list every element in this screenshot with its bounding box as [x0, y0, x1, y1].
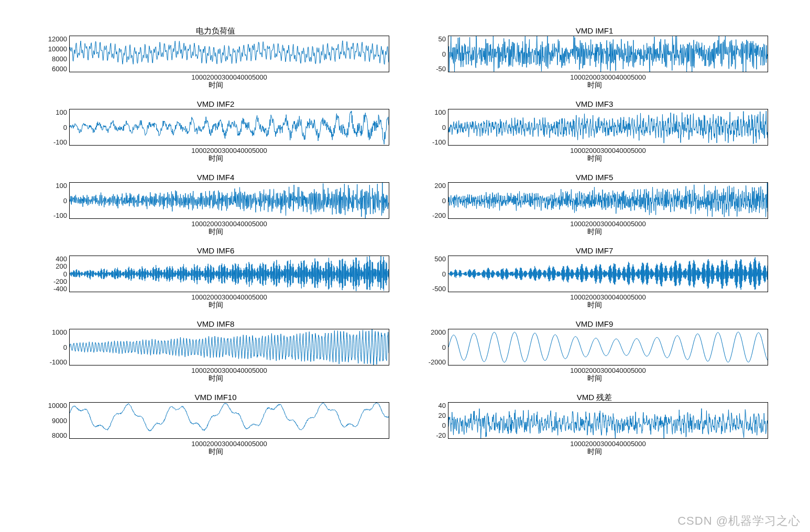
subplot-title: VMD IMF10: [194, 393, 236, 401]
axes[interactable]: [69, 36, 389, 72]
axes[interactable]: [69, 256, 389, 292]
axes[interactable]: [448, 109, 768, 146]
x-tick-label: 2000: [585, 293, 600, 301]
y-tick-label: 500: [434, 256, 446, 262]
axes[interactable]: [448, 329, 768, 365]
y-tick-label: -100: [53, 212, 67, 219]
y-tick-label: 0: [63, 271, 67, 278]
x-tick-label: 1000: [570, 73, 585, 81]
y-tick-label: -500: [432, 285, 446, 292]
axes[interactable]: [448, 402, 768, 439]
x-tick-label: 2000: [585, 147, 600, 154]
x-ticks: 10002000300040005000: [567, 440, 649, 447]
x-ticks: 10002000300040005000: [188, 220, 270, 227]
x-tick-label: 3000: [600, 147, 616, 154]
signal-line: [70, 403, 389, 438]
y-tick-label: -100: [53, 139, 67, 146]
x-ticks: 10002000300040005000: [188, 73, 270, 81]
x-tick-label: 3000: [222, 220, 237, 227]
x-tick-label: 4000: [616, 440, 631, 447]
axes[interactable]: [69, 329, 389, 365]
y-tick-label: 0: [63, 197, 67, 204]
plot-row: 5000-500: [421, 256, 768, 292]
y-ticks: 500-50: [421, 36, 448, 72]
x-ticks: 10002000300040005000: [567, 73, 649, 81]
watermark-text: CSDN @机器学习之心: [677, 513, 801, 529]
x-label: 时间: [209, 374, 223, 382]
x-tick-label: 4000: [237, 147, 252, 154]
x-tick-label: 5000: [252, 147, 267, 154]
x-ticks: 10002000300040005000: [567, 147, 649, 154]
subplot-title: VMD IMF6: [197, 246, 235, 254]
x-tick-label: 4000: [616, 293, 631, 301]
x-label: 时间: [209, 154, 223, 162]
x-label: 时间: [587, 81, 602, 89]
subplot-title: VMD IMF9: [576, 319, 614, 328]
plot-row: 500-50: [421, 36, 768, 72]
x-ticks: 10002000300040005000: [188, 293, 270, 301]
x-tick-label: 1000: [191, 73, 206, 81]
subplot-imf6: VMD IMF64002000-200-40010002000300040005…: [42, 246, 389, 309]
y-tick-label: -50: [436, 65, 446, 72]
x-tick-label: 2000: [206, 367, 222, 374]
plot-row: 40200-20: [421, 402, 768, 439]
y-tick-label: 9000: [52, 417, 67, 424]
signal-line: [448, 36, 768, 72]
subplot-title: VMD IMF4: [197, 173, 235, 181]
x-tick-label: 1000: [570, 220, 585, 227]
y-tick-label: 0: [442, 51, 446, 58]
signal-line: [448, 403, 768, 438]
y-ticks: 120001000080006000: [42, 36, 69, 72]
y-ticks: 1000-100: [42, 109, 69, 146]
x-label: 时间: [587, 154, 602, 162]
y-tick-label: 20: [439, 412, 446, 419]
x-tick-label: 3000: [222, 293, 237, 301]
x-tick-label: 5000: [631, 147, 646, 154]
y-tick-label: 200: [56, 263, 67, 270]
subplot-imf7: VMD IMF75000-50010002000300040005000时间: [421, 246, 768, 309]
x-tick-label: 4000: [237, 440, 252, 447]
x-tick-label: 1000: [191, 367, 206, 374]
y-ticks: 10000-1000: [42, 329, 69, 365]
subplot-title: VMD IMF1: [576, 26, 614, 35]
x-label: 时间: [209, 447, 223, 456]
x-tick-label: 1000: [570, 440, 585, 447]
y-tick-label: 100: [434, 109, 446, 116]
x-tick-label: 4000: [616, 367, 631, 374]
y-ticks: 5000-500: [421, 256, 448, 292]
x-tick-label: 3000: [600, 440, 616, 447]
axes[interactable]: [448, 36, 768, 72]
signal-line: [448, 109, 768, 145]
axes[interactable]: [448, 256, 768, 292]
y-ticks: 20000-2000: [421, 329, 448, 365]
axes[interactable]: [69, 182, 389, 219]
signal-line: [70, 36, 389, 72]
x-tick-label: 2000: [206, 440, 222, 447]
x-label: 时间: [587, 374, 602, 382]
subplot-imf5: VMD IMF52000-20010002000300040005000时间: [421, 173, 768, 236]
y-tick-label: 0: [442, 422, 446, 429]
x-label: 时间: [587, 227, 602, 236]
x-tick-label: 4000: [237, 220, 252, 227]
x-tick-label: 4000: [616, 73, 631, 81]
x-tick-label: 5000: [252, 220, 267, 227]
y-tick-label: -1000: [50, 359, 67, 365]
y-ticks: 1000-100: [42, 182, 69, 219]
subplot-title: VMD IMF7: [576, 246, 614, 254]
x-tick-label: 1000: [191, 440, 206, 447]
y-tick-label: -2000: [429, 359, 446, 365]
axes[interactable]: [69, 402, 389, 439]
x-tick-label: 5000: [631, 440, 646, 447]
y-tick-label: 2000: [431, 329, 446, 336]
axes[interactable]: [448, 182, 768, 219]
y-tick-label: 8000: [52, 432, 67, 439]
x-tick-label: 1000: [191, 147, 206, 154]
plot-row: 2000-200: [421, 182, 768, 219]
subplot-imf4: VMD IMF41000-10010002000300040005000时间: [42, 173, 389, 236]
x-ticks: 10002000300040005000: [188, 367, 270, 374]
subplot-title: VMD IMF2: [197, 99, 235, 108]
axes[interactable]: [69, 109, 389, 146]
x-tick-label: 1000: [570, 367, 585, 374]
x-tick-label: 2000: [585, 440, 600, 447]
y-ticks: 2000-200: [421, 182, 448, 219]
